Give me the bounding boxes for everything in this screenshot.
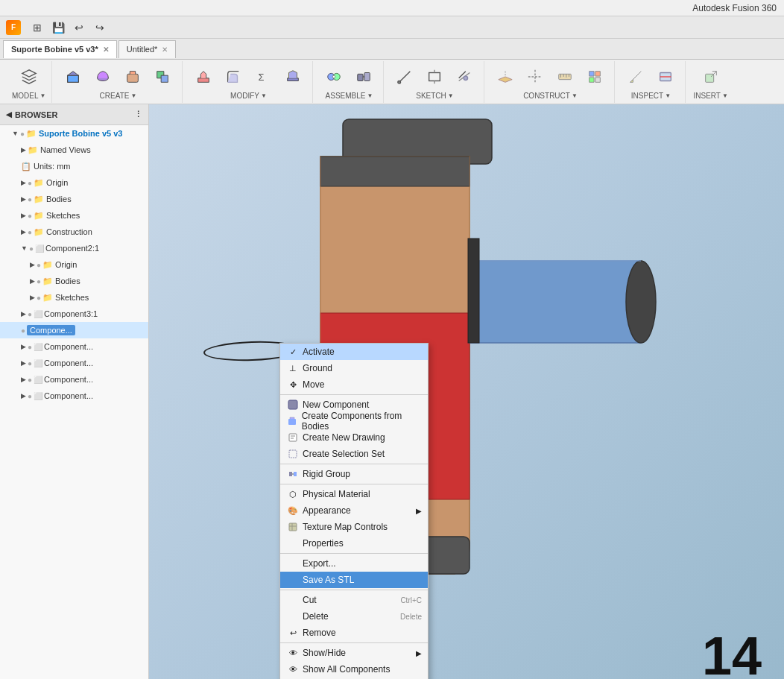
assemble-more-btn[interactable]: [350, 63, 377, 90]
3d-viewport[interactable]: ✓ Activate ⊥ Ground ✥ Move: [149, 104, 784, 679]
svg-rect-3: [127, 74, 139, 82]
cm-create-drawing[interactable]: Create New Drawing: [280, 429, 428, 446]
browser-sketches[interactable]: ▶ ● 📁 Sketches: [0, 207, 148, 224]
cm-export[interactable]: Export...: [280, 555, 428, 572]
inspect-section-btn[interactable]: [652, 63, 679, 90]
inspect-label[interactable]: INSPECT ▼: [631, 92, 671, 100]
toolbar-group-create: CREATE ▼: [54, 61, 183, 103]
create-label[interactable]: CREATE ▼: [100, 92, 137, 100]
remove-icon: ↩: [286, 626, 300, 639]
browser-root[interactable]: ▼ ● 📁 Suporte Bobine v5 v3: [0, 125, 148, 142]
browser-comp2-origin[interactable]: ▶ ● 📁 Origin: [0, 256, 148, 273]
sketch-line-btn[interactable]: [391, 63, 418, 90]
construct-axis-btn[interactable]: [522, 63, 549, 90]
construct-label[interactable]: CONSTRUCT ▼: [523, 92, 578, 100]
material-icon: ⬡: [286, 487, 300, 501]
browser-component5[interactable]: ▶ ● ⬜ Component...: [0, 338, 148, 355]
redo-button[interactable]: ↪: [91, 19, 109, 37]
create-extrude-btn[interactable]: [60, 63, 86, 90]
main-area: ◀ BROWSER ⋮ ▼ ● 📁 Suporte Bobine v5 v3 ▶…: [0, 104, 784, 679]
cm-rigid-group[interactable]: Rigid Group: [280, 466, 428, 482]
show-all-icon: 👁: [286, 663, 300, 676]
app-title: Autodesk Fusion 360: [692, 3, 777, 13]
browser-component7[interactable]: ▶ ● ⬜ Component...: [0, 371, 148, 388]
insert-label[interactable]: INSERT ▼: [693, 92, 727, 100]
cm-activate[interactable]: ✓ Activate: [280, 344, 428, 360]
move-icon: ✥: [286, 378, 300, 391]
undo-button[interactable]: ↩: [70, 19, 88, 37]
cm-create-selection[interactable]: Create Selection Set: [280, 446, 428, 462]
cm-create-from-bodies[interactable]: Create Components from Bodies: [280, 413, 428, 429]
tab-untitled[interactable]: Untitled* ✕: [118, 40, 177, 58]
cm-physical-material[interactable]: ⬡ Physical Material: [280, 486, 428, 502]
component4-label: Compone...: [27, 325, 75, 335]
cm-sep2: [280, 464, 428, 464]
svg-rect-45: [289, 450, 297, 458]
cm-show-all[interactable]: 👁 Show All Components: [280, 661, 428, 678]
svg-rect-46: [289, 472, 292, 476]
sketch-rect-btn[interactable]: [421, 63, 448, 90]
save-button[interactable]: 💾: [49, 19, 67, 37]
cm-delete[interactable]: Delete Delete: [280, 608, 428, 625]
construct-ruler-btn[interactable]: [551, 63, 578, 90]
cm-texture[interactable]: Texture Map Controls: [280, 519, 428, 535]
tab-suporte[interactable]: Suporte Bobine v5 v3* ✕: [3, 40, 117, 58]
modify-fillet-btn[interactable]: [220, 63, 247, 90]
modify-press-pull-btn[interactable]: [190, 63, 217, 90]
sketch-constraints-btn[interactable]: [451, 63, 478, 90]
cm-save-stl[interactable]: Save As STL: [280, 572, 428, 588]
grid-button[interactable]: ⊞: [28, 19, 46, 37]
tab-close-untitled[interactable]: ✕: [162, 45, 168, 54]
tab-close-suporte[interactable]: ✕: [103, 45, 109, 54]
create-revolve-btn[interactable]: [89, 63, 116, 90]
browser-component2[interactable]: ▼ ● ⬜ Component2:1: [0, 240, 148, 256]
insert-btn[interactable]: [698, 63, 724, 90]
quick-access-toolbar: F ⊞ 💾 ↩ ↪: [0, 16, 784, 39]
browser-named-views[interactable]: ▶ 📁 Named Views: [0, 142, 148, 158]
browser-bodies[interactable]: ▶ ● 📁 Bodies: [0, 191, 148, 207]
new-component-icon: [286, 398, 300, 411]
bodies-icon: [286, 414, 299, 428]
modify-shell-btn[interactable]: [279, 63, 306, 90]
cm-move[interactable]: ✥ Move: [280, 376, 428, 393]
browser-collapse-arrow[interactable]: ◀: [6, 110, 12, 119]
delete-icon: [286, 610, 300, 623]
svg-point-34: [626, 261, 656, 343]
assemble-joint-btn[interactable]: [320, 63, 347, 90]
browser-component3[interactable]: ▶ ● ⬜ Component3:1: [0, 306, 148, 322]
cm-appearance[interactable]: 🎨 Appearance ▶: [280, 502, 428, 519]
construct-more-btn[interactable]: [581, 63, 608, 90]
selection-icon: [286, 447, 300, 461]
browser-construction[interactable]: ▶ ● 📁 Construction: [0, 224, 148, 240]
create-combine-btn[interactable]: [149, 63, 176, 90]
browser-comp2-sketches[interactable]: ▶ ● 📁 Sketches: [0, 289, 148, 306]
slide-number: 14: [702, 625, 762, 679]
appearance-icon: 🎨: [286, 504, 300, 517]
browser-comp2-bodies[interactable]: ▶ ● 📁 Bodies: [0, 273, 148, 289]
toolbar-group-modify: Σ MODIFY ▼: [184, 61, 313, 103]
inspect-measure-btn[interactable]: [622, 63, 649, 90]
model-cube-btn[interactable]: [16, 63, 42, 90]
cm-properties[interactable]: Properties: [280, 535, 428, 552]
browser-component4[interactable]: ● Compone...: [0, 322, 148, 338]
cm-remove[interactable]: ↩ Remove: [280, 625, 428, 641]
model-label[interactable]: MODEL ▼: [12, 92, 45, 100]
construct-plane-btn[interactable]: [492, 63, 519, 90]
cm-cut[interactable]: Cut Ctrl+C: [280, 592, 428, 608]
tab-bar: Suporte Bobine v5 v3* ✕ Untitled* ✕: [0, 39, 784, 60]
modify-label[interactable]: MODIFY ▼: [230, 92, 267, 100]
browser-component6[interactable]: ▶ ● ⬜ Component...: [0, 355, 148, 371]
assemble-label[interactable]: ASSEMBLE ▼: [326, 92, 373, 100]
sketch-label[interactable]: SKETCH ▼: [416, 92, 453, 100]
modify-sum-btn[interactable]: Σ: [250, 63, 276, 90]
toolbar-group-assemble: ASSEMBLE ▼: [314, 61, 384, 103]
cm-show-hide[interactable]: 👁 Show/Hide ▶: [280, 645, 428, 661]
browser-origin[interactable]: ▶ ● 📁 Origin: [0, 174, 148, 191]
appearance-arrow: ▶: [416, 507, 422, 515]
app-logo[interactable]: F: [6, 20, 21, 35]
cm-ground[interactable]: ⊥ Ground: [280, 360, 428, 376]
browser-component8[interactable]: ▶ ● ⬜ Component...: [0, 388, 148, 404]
browser-options[interactable]: ⋮: [134, 110, 142, 119]
check-icon: ✓: [286, 345, 300, 359]
create-more-btn[interactable]: [119, 63, 146, 90]
